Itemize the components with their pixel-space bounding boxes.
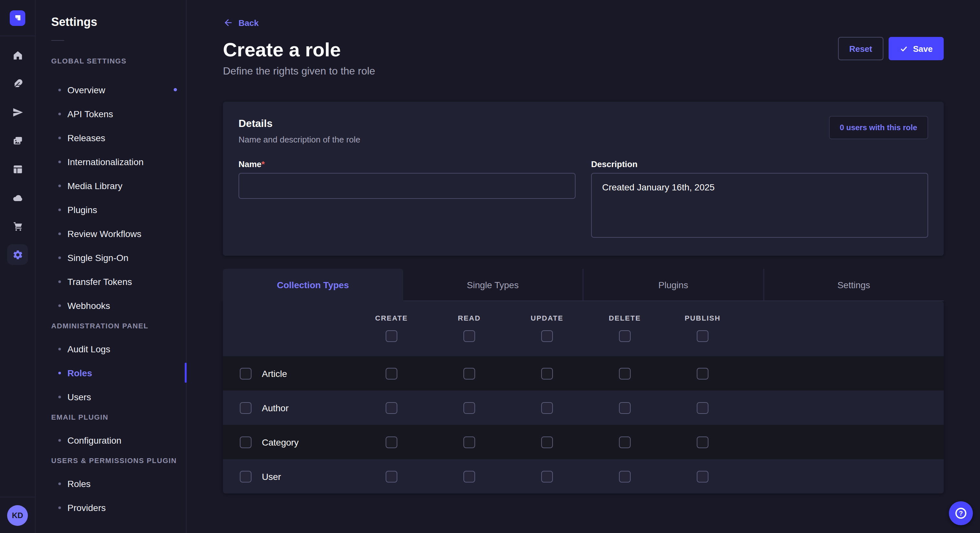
name-input[interactable]	[239, 173, 576, 199]
name-label: Name*	[239, 159, 576, 169]
sidebar-item-users[interactable]: Users	[51, 385, 178, 409]
table-row-author: Author	[223, 390, 944, 425]
article-create-checkbox[interactable]	[386, 368, 397, 379]
subnav-divider	[51, 40, 64, 41]
details-fields: Name* Description Created January 16th, …	[239, 159, 928, 240]
sidebar-item-roles-up[interactable]: Roles	[51, 471, 178, 495]
deploy-cloud-icon[interactable]	[0, 183, 35, 212]
sidebar-item-webhooks[interactable]: Webhooks	[51, 293, 178, 317]
sidebar-item-single-sign-on[interactable]: Single Sign-On	[51, 246, 178, 270]
permissions-section: Collection Types Single Types Plugins Se…	[223, 269, 944, 493]
save-button[interactable]: Save	[888, 37, 944, 60]
row-select-checkbox[interactable]	[240, 471, 251, 482]
tab-plugins[interactable]: Plugins	[583, 269, 763, 301]
release-paper-plane-icon[interactable]	[0, 98, 35, 126]
main-content: Back Create a role Define the rights giv…	[187, 0, 980, 533]
app-window: KD Settings GLOBAL SETTINGS Overview API…	[0, 0, 980, 533]
strapi-logo-icon[interactable]	[10, 10, 25, 25]
content-type-builder-layout-icon[interactable]	[0, 155, 35, 183]
permissions-table: CREATE READ UPDATE DELETE PUBLISH	[223, 301, 944, 493]
bullet-icon	[58, 506, 61, 509]
article-publish-checkbox[interactable]	[697, 368, 708, 379]
page-subtitle: Define the rights given to the role	[223, 65, 944, 77]
marketplace-cart-icon[interactable]	[0, 212, 35, 240]
tab-settings[interactable]: Settings	[763, 269, 944, 301]
author-update-checkbox[interactable]	[541, 402, 553, 414]
bullet-icon	[58, 371, 61, 374]
select-all-read-checkbox[interactable]	[463, 330, 475, 342]
description-textarea[interactable]: Created January 16th, 2025	[591, 173, 928, 238]
column-header-delete: DELETE	[586, 314, 664, 322]
details-card: Details Name and description of the role…	[223, 102, 944, 256]
article-read-checkbox[interactable]	[463, 368, 475, 379]
select-all-publish-checkbox[interactable]	[697, 330, 708, 342]
description-label: Description	[591, 159, 928, 169]
select-all-delete-checkbox[interactable]	[619, 330, 631, 342]
sidebar-item-plugins[interactable]: Plugins	[51, 198, 178, 222]
category-update-checkbox[interactable]	[541, 436, 553, 448]
icon-sidebar: KD	[0, 0, 36, 533]
sidebar-item-transfer-tokens[interactable]: Transfer Tokens	[51, 270, 178, 293]
column-header-create: CREATE	[353, 314, 430, 322]
bullet-icon	[58, 232, 61, 235]
sidebar-item-media-library[interactable]: Media Library	[51, 174, 178, 198]
column-header-publish: PUBLISH	[664, 314, 741, 322]
bullet-icon	[58, 256, 61, 259]
content-manager-feather-icon[interactable]	[0, 69, 35, 98]
user-avatar[interactable]: KD	[7, 505, 28, 525]
back-link[interactable]: Back	[223, 17, 259, 28]
section-label: EMAIL PLUGIN	[51, 412, 178, 422]
author-delete-checkbox[interactable]	[619, 402, 631, 414]
sidebar-item-roles-admin[interactable]: Roles	[51, 361, 178, 385]
category-delete-checkbox[interactable]	[619, 436, 631, 448]
user-create-checkbox[interactable]	[386, 471, 397, 482]
author-publish-checkbox[interactable]	[697, 402, 708, 414]
users-with-role-button[interactable]: 0 users with this role	[829, 116, 928, 139]
sidebar-item-internationalization[interactable]: Internationalization	[51, 150, 178, 174]
row-select-checkbox[interactable]	[240, 402, 251, 414]
help-button[interactable]: ?	[949, 501, 973, 525]
permissions-tabs: Collection Types Single Types Plugins Se…	[223, 269, 944, 301]
user-publish-checkbox[interactable]	[697, 471, 708, 482]
sidebar-item-audit-logs[interactable]: Audit Logs	[51, 337, 178, 361]
back-arrow-icon	[223, 17, 233, 28]
row-select-checkbox[interactable]	[240, 436, 251, 448]
sidebar-item-releases[interactable]: Releases	[51, 125, 178, 150]
sidebar-item-configuration[interactable]: Configuration	[51, 428, 178, 452]
tab-collection-types[interactable]: Collection Types	[223, 269, 403, 301]
check-icon	[899, 44, 908, 53]
home-icon[interactable]	[0, 41, 35, 69]
media-library-icon[interactable]	[0, 126, 35, 155]
select-all-create-checkbox[interactable]	[386, 330, 397, 342]
icon-nav	[0, 41, 35, 269]
table-row-user: User	[223, 459, 944, 493]
author-create-checkbox[interactable]	[386, 402, 397, 414]
category-publish-checkbox[interactable]	[697, 436, 708, 448]
bullet-icon	[58, 280, 61, 283]
user-delete-checkbox[interactable]	[619, 471, 631, 482]
category-read-checkbox[interactable]	[463, 436, 475, 448]
section-label: GLOBAL SETTINGS	[51, 56, 178, 65]
permissions-table-header: CREATE READ UPDATE DELETE PUBLISH	[223, 301, 944, 356]
sidebar-item-api-tokens[interactable]: API Tokens	[51, 102, 178, 125]
question-mark-icon: ?	[955, 508, 966, 519]
settings-gear-icon[interactable]	[0, 240, 35, 269]
user-read-checkbox[interactable]	[463, 471, 475, 482]
sidebar-item-review-workflows[interactable]: Review Workflows	[51, 222, 178, 246]
section-label: USERS & PERMISSIONS PLUGIN	[51, 456, 178, 465]
article-delete-checkbox[interactable]	[619, 368, 631, 379]
article-update-checkbox[interactable]	[541, 368, 553, 379]
user-update-checkbox[interactable]	[541, 471, 553, 482]
bullet-icon	[58, 395, 61, 398]
tab-single-types[interactable]: Single Types	[403, 269, 583, 301]
bullet-icon	[58, 136, 61, 139]
required-asterisk: *	[261, 159, 265, 169]
select-all-update-checkbox[interactable]	[541, 330, 553, 342]
sidebar-item-overview[interactable]: Overview	[51, 78, 178, 102]
logo-section	[0, 0, 35, 36]
author-read-checkbox[interactable]	[463, 402, 475, 414]
category-create-checkbox[interactable]	[386, 436, 397, 448]
reset-button[interactable]: Reset	[838, 37, 883, 60]
row-select-checkbox[interactable]	[240, 368, 251, 379]
sidebar-item-providers[interactable]: Providers	[51, 495, 178, 519]
